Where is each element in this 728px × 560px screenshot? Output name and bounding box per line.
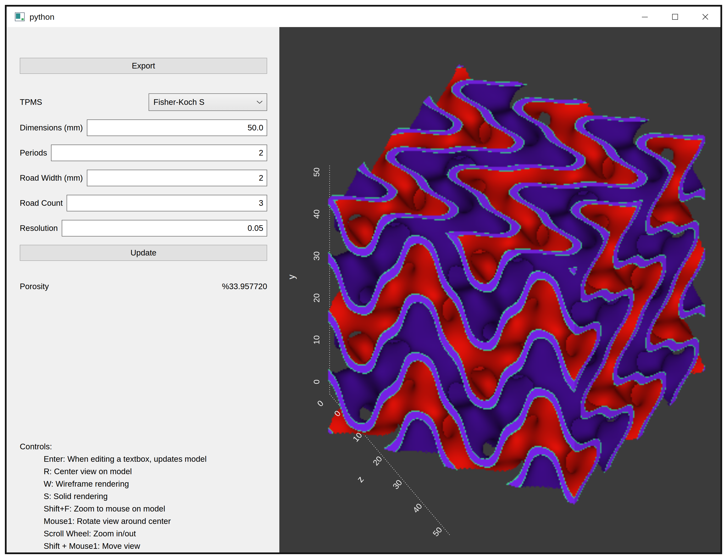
axis-tick-label: y bbox=[286, 275, 297, 280]
axis-tick-label: 20 bbox=[312, 293, 321, 302]
screen: python bbox=[0, 0, 728, 560]
help-line: S: Solid rendering bbox=[20, 490, 207, 502]
road-width-row: Road Width (mm) bbox=[20, 170, 267, 186]
help-line: Shift + Mouse1: Move view bbox=[20, 540, 207, 552]
maximize-button[interactable] bbox=[660, 7, 690, 27]
render-viewport[interactable]: 01020304050010203040500yz bbox=[279, 27, 720, 552]
road-width-label: Road Width (mm) bbox=[20, 173, 83, 183]
axis-tick-label: 30 bbox=[312, 252, 321, 261]
periods-label: Periods bbox=[20, 148, 47, 158]
title-bar[interactable]: python bbox=[7, 7, 720, 27]
road-width-input[interactable] bbox=[87, 170, 267, 186]
help-line: R: Center view on model bbox=[20, 465, 207, 478]
axis-tick-label: 10 bbox=[312, 335, 321, 344]
help-line: Shift+F: Zoom to mouse on model bbox=[20, 502, 207, 515]
resolution-label: Resolution bbox=[20, 224, 58, 233]
porosity-label: Porosity bbox=[20, 282, 49, 291]
axis-tick-label: 0 bbox=[312, 379, 321, 384]
help-line: Scroll Wheel: Zoom in/out bbox=[20, 527, 207, 540]
porosity-row: Porosity %33.957720 bbox=[20, 282, 267, 291]
tpms-row: TPMS Fisher-Koch S bbox=[20, 93, 267, 111]
close-button[interactable] bbox=[690, 7, 720, 27]
control-panel: Export TPMS Fisher-Koch S Dimensions (mm… bbox=[7, 27, 279, 552]
porosity-value: %33.957720 bbox=[222, 282, 267, 291]
close-icon bbox=[702, 13, 709, 20]
axis-tick-label: 50 bbox=[312, 168, 321, 177]
road-count-label: Road Count bbox=[20, 199, 63, 208]
resolution-input[interactable] bbox=[62, 220, 267, 237]
dimensions-row: Dimensions (mm) bbox=[20, 120, 267, 136]
periods-input[interactable] bbox=[51, 145, 267, 161]
dimensions-label: Dimensions (mm) bbox=[20, 123, 83, 132]
dimensions-input[interactable] bbox=[87, 120, 267, 136]
app-window: python bbox=[5, 5, 722, 554]
help-line: W: Wireframe rendering bbox=[20, 478, 207, 490]
road-count-input[interactable] bbox=[67, 195, 267, 211]
axis-tick-label: 40 bbox=[312, 210, 321, 219]
export-button[interactable]: Export bbox=[20, 58, 267, 74]
window-title: python bbox=[30, 12, 54, 22]
tpms-dropdown[interactable]: Fisher-Koch S bbox=[149, 93, 267, 111]
maximize-icon bbox=[672, 13, 678, 20]
road-count-row: Road Count bbox=[20, 195, 267, 211]
window-content: Export TPMS Fisher-Koch S Dimensions (mm… bbox=[7, 27, 720, 552]
help-line: Enter: When editing a textbox, updates m… bbox=[20, 453, 207, 465]
window-controls bbox=[630, 7, 720, 27]
app-icon bbox=[15, 12, 25, 21]
controls-help: Controls: Enter: When editing a textbox,… bbox=[20, 440, 207, 552]
tpms-selected-value: Fisher-Koch S bbox=[153, 98, 204, 107]
chevron-down-icon bbox=[256, 100, 263, 104]
help-line: Mouse1: Rotate view around center bbox=[20, 515, 207, 527]
resolution-row: Resolution bbox=[20, 220, 267, 237]
periods-row: Periods bbox=[20, 145, 267, 161]
minimize-button[interactable] bbox=[630, 7, 660, 27]
minimize-icon bbox=[641, 13, 648, 20]
tpms-label: TPMS bbox=[20, 98, 42, 107]
controls-help-title: Controls: bbox=[20, 440, 207, 453]
update-button[interactable]: Update bbox=[20, 245, 267, 261]
